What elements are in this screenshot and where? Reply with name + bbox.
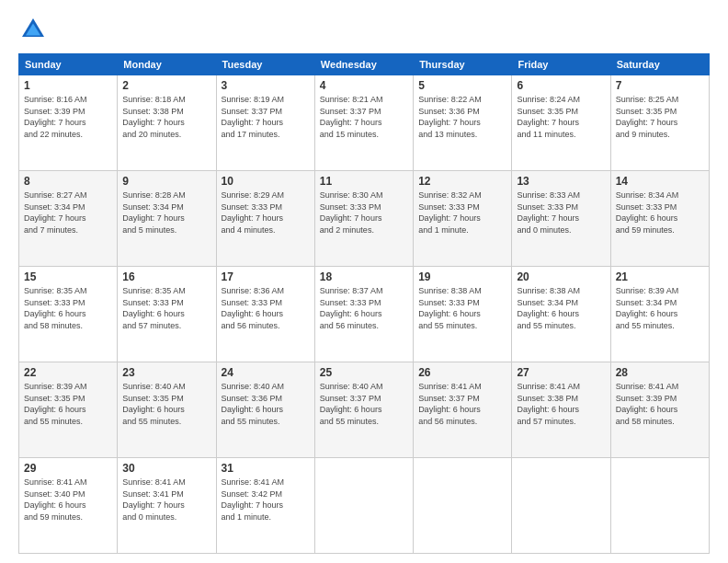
calendar-cell: 9Sunrise: 8:28 AM Sunset: 3:34 PM Daylig… <box>118 171 216 267</box>
calendar-header-friday: Friday <box>512 54 610 75</box>
day-number: 19 <box>418 270 506 283</box>
logo <box>18 15 51 44</box>
day-info: Sunrise: 8:38 AM Sunset: 3:34 PM Dayligh… <box>517 285 605 331</box>
day-info: Sunrise: 8:39 AM Sunset: 3:34 PM Dayligh… <box>616 285 704 331</box>
day-info: Sunrise: 8:41 AM Sunset: 3:42 PM Dayligh… <box>222 477 310 523</box>
calendar-cell: 6Sunrise: 8:24 AM Sunset: 3:35 PM Daylig… <box>512 75 610 171</box>
day-info: Sunrise: 8:40 AM Sunset: 3:35 PM Dayligh… <box>122 381 210 427</box>
day-info: Sunrise: 8:41 AM Sunset: 3:41 PM Dayligh… <box>122 477 210 523</box>
calendar-cell: 15Sunrise: 8:35 AM Sunset: 3:33 PM Dayli… <box>19 267 118 362</box>
calendar-week-row: 1Sunrise: 8:16 AM Sunset: 3:39 PM Daylig… <box>19 75 710 171</box>
calendar-cell: 27Sunrise: 8:41 AM Sunset: 3:38 PM Dayli… <box>512 362 610 458</box>
calendar-cell: 31Sunrise: 8:41 AM Sunset: 3:42 PM Dayli… <box>216 458 314 554</box>
day-info: Sunrise: 8:24 AM Sunset: 3:35 PM Dayligh… <box>517 94 605 140</box>
calendar-header-saturday: Saturday <box>610 54 709 75</box>
day-number: 1 <box>24 79 112 92</box>
calendar-cell: 10Sunrise: 8:29 AM Sunset: 3:33 PM Dayli… <box>216 171 314 267</box>
day-number: 11 <box>320 175 408 188</box>
calendar-header-row: SundayMondayTuesdayWednesdayThursdayFrid… <box>19 54 710 75</box>
logo-icon <box>18 15 48 44</box>
day-number: 15 <box>24 270 112 283</box>
day-info: Sunrise: 8:18 AM Sunset: 3:38 PM Dayligh… <box>122 94 210 140</box>
calendar-header-wednesday: Wednesday <box>314 54 413 75</box>
calendar-cell <box>414 458 512 554</box>
day-info: Sunrise: 8:35 AM Sunset: 3:33 PM Dayligh… <box>122 285 210 331</box>
calendar-cell: 29Sunrise: 8:41 AM Sunset: 3:40 PM Dayli… <box>19 458 118 554</box>
calendar-cell: 7Sunrise: 8:25 AM Sunset: 3:35 PM Daylig… <box>610 75 709 171</box>
calendar-cell: 16Sunrise: 8:35 AM Sunset: 3:33 PM Dayli… <box>118 267 216 362</box>
day-info: Sunrise: 8:28 AM Sunset: 3:34 PM Dayligh… <box>122 190 210 236</box>
day-number: 20 <box>517 270 605 283</box>
day-number: 30 <box>122 462 210 475</box>
calendar-table: SundayMondayTuesdayWednesdayThursdayFrid… <box>18 53 710 554</box>
calendar-header-monday: Monday <box>118 54 216 75</box>
calendar-cell: 30Sunrise: 8:41 AM Sunset: 3:41 PM Dayli… <box>118 458 216 554</box>
calendar-cell: 19Sunrise: 8:38 AM Sunset: 3:33 PM Dayli… <box>414 267 512 362</box>
day-info: Sunrise: 8:39 AM Sunset: 3:35 PM Dayligh… <box>24 381 112 427</box>
calendar-cell: 12Sunrise: 8:32 AM Sunset: 3:33 PM Dayli… <box>414 171 512 267</box>
day-info: Sunrise: 8:33 AM Sunset: 3:33 PM Dayligh… <box>517 190 605 236</box>
day-info: Sunrise: 8:41 AM Sunset: 3:37 PM Dayligh… <box>418 381 506 427</box>
day-info: Sunrise: 8:34 AM Sunset: 3:33 PM Dayligh… <box>616 190 704 236</box>
day-info: Sunrise: 8:40 AM Sunset: 3:36 PM Dayligh… <box>222 381 310 427</box>
calendar-cell: 17Sunrise: 8:36 AM Sunset: 3:33 PM Dayli… <box>216 267 314 362</box>
calendar-cell: 25Sunrise: 8:40 AM Sunset: 3:37 PM Dayli… <box>314 362 413 458</box>
calendar-cell: 26Sunrise: 8:41 AM Sunset: 3:37 PM Dayli… <box>414 362 512 458</box>
header <box>18 15 710 44</box>
day-number: 10 <box>222 175 310 188</box>
day-number: 21 <box>616 270 704 283</box>
day-number: 5 <box>418 79 506 92</box>
day-number: 24 <box>222 366 310 379</box>
day-info: Sunrise: 8:41 AM Sunset: 3:39 PM Dayligh… <box>616 381 704 427</box>
day-info: Sunrise: 8:22 AM Sunset: 3:36 PM Dayligh… <box>418 94 506 140</box>
calendar-cell: 21Sunrise: 8:39 AM Sunset: 3:34 PM Dayli… <box>610 267 709 362</box>
calendar-week-row: 22Sunrise: 8:39 AM Sunset: 3:35 PM Dayli… <box>19 362 710 458</box>
day-number: 12 <box>418 175 506 188</box>
calendar-cell: 24Sunrise: 8:40 AM Sunset: 3:36 PM Dayli… <box>216 362 314 458</box>
day-number: 4 <box>320 79 408 92</box>
calendar-cell: 28Sunrise: 8:41 AM Sunset: 3:39 PM Dayli… <box>610 362 709 458</box>
day-info: Sunrise: 8:19 AM Sunset: 3:37 PM Dayligh… <box>222 94 310 140</box>
day-number: 22 <box>24 366 112 379</box>
day-number: 3 <box>222 79 310 92</box>
day-number: 8 <box>24 175 112 188</box>
calendar-cell: 22Sunrise: 8:39 AM Sunset: 3:35 PM Dayli… <box>19 362 118 458</box>
day-info: Sunrise: 8:30 AM Sunset: 3:33 PM Dayligh… <box>320 190 408 236</box>
calendar-cell: 11Sunrise: 8:30 AM Sunset: 3:33 PM Dayli… <box>314 171 413 267</box>
day-info: Sunrise: 8:41 AM Sunset: 3:40 PM Dayligh… <box>24 477 112 523</box>
calendar-cell: 8Sunrise: 8:27 AM Sunset: 3:34 PM Daylig… <box>19 171 118 267</box>
day-info: Sunrise: 8:40 AM Sunset: 3:37 PM Dayligh… <box>320 381 408 427</box>
day-number: 28 <box>616 366 704 379</box>
day-number: 9 <box>122 175 210 188</box>
calendar-week-row: 15Sunrise: 8:35 AM Sunset: 3:33 PM Dayli… <box>19 267 710 362</box>
calendar-week-row: 8Sunrise: 8:27 AM Sunset: 3:34 PM Daylig… <box>19 171 710 267</box>
day-info: Sunrise: 8:25 AM Sunset: 3:35 PM Dayligh… <box>616 94 704 140</box>
calendar-week-row: 29Sunrise: 8:41 AM Sunset: 3:40 PM Dayli… <box>19 458 710 554</box>
calendar-cell <box>314 458 413 554</box>
calendar-cell: 13Sunrise: 8:33 AM Sunset: 3:33 PM Dayli… <box>512 171 610 267</box>
day-number: 13 <box>517 175 605 188</box>
page: SundayMondayTuesdayWednesdayThursdayFrid… <box>0 0 728 563</box>
day-number: 29 <box>24 462 112 475</box>
day-number: 31 <box>222 462 310 475</box>
day-number: 17 <box>222 270 310 283</box>
day-number: 26 <box>418 366 506 379</box>
calendar-cell: 23Sunrise: 8:40 AM Sunset: 3:35 PM Dayli… <box>118 362 216 458</box>
day-number: 2 <box>122 79 210 92</box>
calendar-header-thursday: Thursday <box>414 54 512 75</box>
day-number: 27 <box>517 366 605 379</box>
day-info: Sunrise: 8:36 AM Sunset: 3:33 PM Dayligh… <box>222 285 310 331</box>
day-number: 18 <box>320 270 408 283</box>
day-number: 7 <box>616 79 704 92</box>
calendar-cell: 5Sunrise: 8:22 AM Sunset: 3:36 PM Daylig… <box>414 75 512 171</box>
day-number: 23 <box>122 366 210 379</box>
day-info: Sunrise: 8:21 AM Sunset: 3:37 PM Dayligh… <box>320 94 408 140</box>
calendar-cell: 3Sunrise: 8:19 AM Sunset: 3:37 PM Daylig… <box>216 75 314 171</box>
day-number: 14 <box>616 175 704 188</box>
day-info: Sunrise: 8:29 AM Sunset: 3:33 PM Dayligh… <box>222 190 310 236</box>
calendar-cell: 20Sunrise: 8:38 AM Sunset: 3:34 PM Dayli… <box>512 267 610 362</box>
day-info: Sunrise: 8:16 AM Sunset: 3:39 PM Dayligh… <box>24 94 112 140</box>
calendar-cell <box>610 458 709 554</box>
calendar-cell: 2Sunrise: 8:18 AM Sunset: 3:38 PM Daylig… <box>118 75 216 171</box>
day-info: Sunrise: 8:37 AM Sunset: 3:33 PM Dayligh… <box>320 285 408 331</box>
